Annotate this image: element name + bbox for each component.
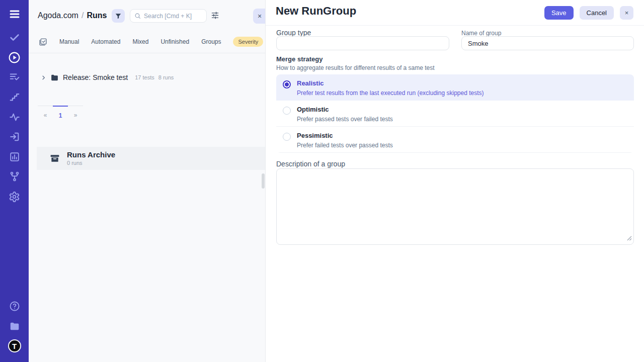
archive-subtitle: 0 runs bbox=[67, 160, 115, 166]
run-group-title: Release: Smoke test bbox=[63, 73, 128, 81]
breadcrumb-page: Runs bbox=[87, 11, 107, 20]
option-title: Optimistic bbox=[297, 106, 393, 114]
group-type-input[interactable] bbox=[276, 36, 449, 50]
name-of-group-label: Name of group bbox=[461, 30, 501, 37]
folder-icon bbox=[50, 73, 59, 82]
breadcrumb-separator: / bbox=[82, 11, 84, 20]
merge-strategy-hint: How to aggregate results for different r… bbox=[276, 64, 435, 71]
runs-list-panel: Agoda.com / Runs × Manual Automated Mixe… bbox=[29, 0, 265, 362]
list-check-icon[interactable] bbox=[0, 70, 29, 83]
search-icon bbox=[134, 13, 141, 19]
archive-title: Runs Archive bbox=[67, 151, 115, 159]
save-button[interactable]: Save bbox=[544, 6, 574, 20]
chevron-right-icon[interactable] bbox=[41, 75, 46, 80]
description-label: Description of a group bbox=[276, 160, 345, 168]
pagination-page-1[interactable]: 1 bbox=[53, 106, 68, 119]
avatar-letter: T bbox=[8, 339, 21, 352]
steps-icon[interactable] bbox=[0, 90, 29, 104]
option-title: Realistic bbox=[297, 80, 484, 87]
option-optimistic[interactable]: Optimistic Prefer passed tests over fail… bbox=[276, 101, 634, 127]
adjustments-button[interactable] bbox=[211, 11, 219, 20]
user-avatar[interactable]: T bbox=[0, 339, 29, 352]
severity-badge[interactable]: Severity bbox=[233, 37, 263, 47]
panel-close-button[interactable]: × bbox=[253, 9, 265, 24]
branch-icon[interactable] bbox=[0, 170, 29, 183]
breadcrumb-project[interactable]: Agoda.com bbox=[38, 11, 78, 20]
tests-count: 17 tests bbox=[135, 74, 154, 80]
sliders-icon bbox=[211, 11, 219, 20]
header-divider bbox=[266, 25, 644, 26]
description-textarea[interactable] bbox=[276, 168, 634, 245]
radio-checked-icon[interactable] bbox=[283, 80, 291, 88]
folder-icon[interactable] bbox=[0, 320, 29, 333]
name-of-group-input[interactable] bbox=[461, 36, 634, 50]
option-realistic[interactable]: Realistic Prefer test results from the l… bbox=[276, 74, 634, 101]
tab-groups[interactable]: Groups bbox=[201, 38, 221, 45]
pagination-next[interactable]: » bbox=[68, 106, 83, 119]
funnel-icon bbox=[115, 13, 122, 20]
pagination-prev[interactable]: « bbox=[38, 106, 53, 119]
radio-unchecked-icon[interactable] bbox=[283, 107, 291, 115]
tab-manual[interactable]: Manual bbox=[59, 38, 79, 45]
merge-strategy-label: Merge strategy bbox=[276, 55, 323, 63]
close-button[interactable]: × bbox=[620, 6, 633, 20]
activity-icon[interactable] bbox=[0, 111, 29, 124]
tabs-divider bbox=[29, 53, 265, 53]
help-icon[interactable] bbox=[0, 300, 29, 313]
option-pessimistic[interactable]: Pessimistic Prefer failed tests over pas… bbox=[276, 127, 634, 153]
select-all-icon[interactable] bbox=[39, 38, 47, 46]
pagination: « 1 » bbox=[38, 106, 83, 119]
search-box bbox=[130, 9, 207, 23]
option-description: Prefer failed tests over passed tests bbox=[297, 142, 393, 149]
group-type-label: Group type bbox=[276, 29, 311, 37]
bar-chart-icon[interactable] bbox=[0, 150, 29, 163]
page-title: New RunGroup bbox=[276, 5, 356, 18]
app-sidebar: T bbox=[0, 0, 29, 362]
check-icon[interactable] bbox=[0, 31, 29, 44]
breadcrumb: Agoda.com / Runs bbox=[38, 11, 107, 20]
run-group-row[interactable]: Release: Smoke test 17 tests 8 runs bbox=[41, 72, 174, 82]
search-input[interactable] bbox=[144, 13, 202, 20]
tab-unfinished[interactable]: Unfinished bbox=[160, 38, 189, 45]
merge-strategy-options: Realistic Prefer test results from the l… bbox=[276, 74, 634, 153]
archive-box-icon bbox=[50, 153, 60, 163]
cancel-button[interactable]: Cancel bbox=[580, 6, 614, 20]
radio-unchecked-icon[interactable] bbox=[283, 133, 291, 141]
description-area bbox=[276, 168, 634, 245]
option-description: Prefer passed tests over failed tests bbox=[297, 116, 393, 123]
menu-icon[interactable] bbox=[0, 8, 29, 21]
sign-in-icon[interactable] bbox=[0, 130, 29, 143]
tab-mixed[interactable]: Mixed bbox=[132, 38, 148, 45]
runs-filter-tabs: Manual Automated Mixed Unfinished Groups… bbox=[39, 35, 265, 48]
runs-archive-row[interactable]: Runs Archive 0 runs bbox=[37, 147, 265, 170]
form-actions: Save Cancel × bbox=[544, 6, 633, 20]
option-title: Pessimistic bbox=[297, 132, 393, 140]
filter-button[interactable] bbox=[112, 9, 125, 23]
runs-count: 8 runs bbox=[158, 74, 174, 80]
tab-automated[interactable]: Automated bbox=[91, 38, 120, 45]
gear-icon[interactable] bbox=[0, 190, 29, 203]
new-rungroup-panel: New RunGroup Save Cancel × Group type Na… bbox=[265, 0, 644, 362]
play-circle-icon[interactable] bbox=[0, 51, 29, 64]
option-description: Prefer test results from the last execut… bbox=[297, 89, 484, 97]
scrollbar-thumb[interactable] bbox=[262, 173, 265, 189]
